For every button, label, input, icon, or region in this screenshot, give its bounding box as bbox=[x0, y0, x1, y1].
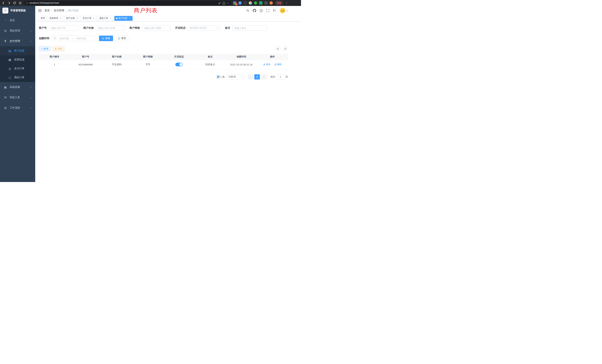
extension-green-check-icon[interactable]: ✓ bbox=[254, 1, 257, 5]
user-avatar[interactable]: ∨ bbox=[280, 8, 288, 13]
browser-toolbar: ⓘ localhost:1024/pay/merchant ☆ 10 ✓ 更新 … bbox=[0, 0, 301, 6]
tab-home[interactable]: 首页 bbox=[39, 16, 47, 21]
cell-create-time: 2021-10-23 08:31:14 bbox=[226, 60, 257, 69]
sidebar-item-refund-order[interactable]: ▢ 退款订单 bbox=[0, 73, 35, 82]
tab-merchant-info[interactable]: 商户信息 × bbox=[114, 16, 132, 21]
pagination: 共 1 条 10条/页 ∨ ‹ 1 › 前往 页 bbox=[39, 74, 288, 79]
add-button[interactable]: + 新增 bbox=[39, 46, 50, 51]
close-icon[interactable]: × bbox=[128, 17, 131, 20]
table-row: 1 M233666999 芋道源码 芋艿 我是备注 2021-10-23 08:… bbox=[39, 60, 288, 69]
browser-forward-icon[interactable] bbox=[7, 1, 11, 5]
extension-dark-ring-icon[interactable] bbox=[244, 1, 247, 5]
chevron-down-icon: ∨ bbox=[30, 86, 32, 88]
search-icon[interactable] bbox=[246, 9, 249, 12]
chrome-update-button[interactable]: 更新 bbox=[275, 1, 283, 5]
page-info-icon[interactable]: ⓘ bbox=[26, 1, 28, 5]
edit-link[interactable]: 修改 bbox=[263, 63, 270, 66]
sidebar-item-app-info[interactable]: ▦ 应用信息 bbox=[0, 55, 35, 64]
extension-pinwheel-icon[interactable] bbox=[264, 1, 268, 5]
filter-remark: 备注 bbox=[225, 25, 267, 31]
breadcrumb-home[interactable]: 首页 bbox=[44, 9, 50, 12]
sidebar-item-payment[interactable]: ¥ 支付管理 ∧ bbox=[0, 36, 35, 46]
grid-icon: ▦ bbox=[8, 58, 11, 62]
tab-refund-order[interactable]: 退款订单 × bbox=[98, 16, 113, 21]
trash-icon bbox=[275, 63, 277, 66]
breadcrumb-payment[interactable]: 支付管理 bbox=[54, 9, 64, 12]
help-icon[interactable]: ? bbox=[260, 9, 263, 12]
page-size-select[interactable]: 10条/页 ∨ bbox=[227, 74, 245, 79]
sidebar-item-dev-tools[interactable]: ⚒ 研发工具 ∨ bbox=[0, 92, 35, 103]
extension-avatar-icon[interactable] bbox=[269, 1, 273, 5]
share-icon[interactable] bbox=[223, 1, 225, 4]
filter-merchant-no: 商户号 bbox=[39, 25, 79, 31]
col-create-time: 创建时间 bbox=[226, 54, 257, 60]
close-icon[interactable]: × bbox=[76, 17, 78, 20]
goto-page-input[interactable] bbox=[276, 74, 284, 79]
font-size-icon[interactable]: TT bbox=[273, 9, 276, 12]
address-bar[interactable]: ⓘ localhost:1024/pay/merchant ☆ bbox=[24, 1, 231, 5]
browser-reload-icon[interactable] bbox=[13, 1, 16, 5]
password-key-icon[interactable] bbox=[218, 2, 221, 4]
prev-page-button[interactable]: ‹ bbox=[248, 74, 253, 79]
cell-merchant-short: 芋艿 bbox=[132, 60, 163, 69]
close-icon[interactable]: × bbox=[59, 17, 62, 20]
svg-text:?: ? bbox=[261, 10, 262, 11]
browser-back-icon[interactable] bbox=[2, 1, 5, 5]
breadcrumb-current: 商户信息 bbox=[68, 9, 79, 12]
hide-search-button[interactable] bbox=[275, 46, 281, 52]
navbar-actions: ? TT ∨ bbox=[246, 8, 288, 13]
remark-input[interactable] bbox=[235, 27, 265, 30]
status-toggle[interactable] bbox=[175, 63, 183, 66]
sidebar-item-workflow[interactable]: ⊞ 工作流程 ∨ bbox=[0, 103, 35, 113]
sidebar-item-home[interactable]: ◔ 首页 bbox=[0, 15, 35, 26]
close-icon[interactable]: × bbox=[109, 17, 112, 20]
page-1-button[interactable]: 1 bbox=[254, 74, 260, 79]
merchant-short-input[interactable] bbox=[144, 27, 168, 30]
sidebar-item-system[interactable]: ⚙ 系统管理 ∨ bbox=[0, 26, 35, 36]
extension-grid-icon[interactable]: 10 bbox=[233, 1, 236, 5]
extension-color-wheel-icon[interactable] bbox=[249, 1, 252, 5]
date-range-picker[interactable]: - bbox=[52, 36, 94, 41]
merchant-no-input[interactable] bbox=[51, 27, 76, 30]
start-date-input[interactable] bbox=[57, 37, 71, 40]
app-logo[interactable]: 芋道管理系统 bbox=[0, 6, 35, 15]
filter-row-1: 商户号 商户全称 商户简称 开启状态 请选择开启状态 bbox=[39, 25, 288, 31]
card-icon: ▤ bbox=[8, 49, 11, 53]
status-select[interactable]: 请选择开启状态 ∨ bbox=[188, 25, 220, 31]
browser-home-icon[interactable] bbox=[19, 1, 22, 5]
cell-merchant-no: M233666999 bbox=[70, 60, 101, 69]
bookmark-star-icon[interactable]: ☆ bbox=[227, 1, 229, 4]
search-button[interactable]: 搜索 bbox=[99, 36, 113, 41]
delete-link[interactable]: 删除 bbox=[275, 63, 282, 66]
breadcrumb: 首页 / 支付管理 / 商户信息 bbox=[44, 9, 79, 12]
chevron-down-icon: ∨ bbox=[30, 107, 32, 109]
tab-pay-order[interactable]: 支付订单 × bbox=[81, 16, 97, 21]
next-page-button[interactable]: › bbox=[261, 74, 267, 79]
sidebar-item-merchant-info[interactable]: ▤ 商户信息 bbox=[0, 46, 35, 55]
svg-text:T: T bbox=[273, 9, 275, 12]
extension-notebook-icon[interactable] bbox=[259, 1, 262, 5]
github-icon[interactable] bbox=[253, 9, 256, 12]
tab-user-group[interactable]: 用户分组 × bbox=[64, 16, 80, 21]
filter-merchant-short: 商户简称 bbox=[129, 25, 170, 31]
refresh-button[interactable] bbox=[282, 46, 288, 52]
url-text: localhost:1024/pay/merchant bbox=[30, 2, 217, 4]
cell-actions: 修改 删除 bbox=[257, 60, 288, 69]
sidebar-item-infrastructure[interactable]: ▣ 基础设施 ∨ bbox=[0, 82, 35, 92]
col-remark: 备注 bbox=[195, 54, 226, 60]
extension-badge: 10 bbox=[235, 3, 238, 5]
close-icon[interactable]: × bbox=[93, 17, 95, 20]
chevron-up-icon: ∧ bbox=[30, 40, 32, 42]
sidebar-item-pay-order[interactable]: ◎ 支付订单 bbox=[0, 64, 35, 73]
tab-process-form[interactable]: 流程表单 × bbox=[48, 16, 63, 21]
browser-menu-icon[interactable]: ⋮ bbox=[285, 1, 288, 4]
dashboard-icon: ◔ bbox=[4, 19, 7, 22]
extension-drop-icon[interactable] bbox=[238, 1, 242, 5]
gear-icon: ⚙ bbox=[4, 29, 7, 33]
reset-button[interactable]: 重置 bbox=[115, 36, 129, 41]
end-date-input[interactable] bbox=[74, 37, 88, 40]
sidebar-toggle-icon[interactable] bbox=[38, 9, 42, 12]
export-button[interactable]: 导出 bbox=[52, 46, 65, 51]
merchant-name-input[interactable] bbox=[98, 27, 123, 30]
fullscreen-icon[interactable] bbox=[266, 9, 269, 12]
